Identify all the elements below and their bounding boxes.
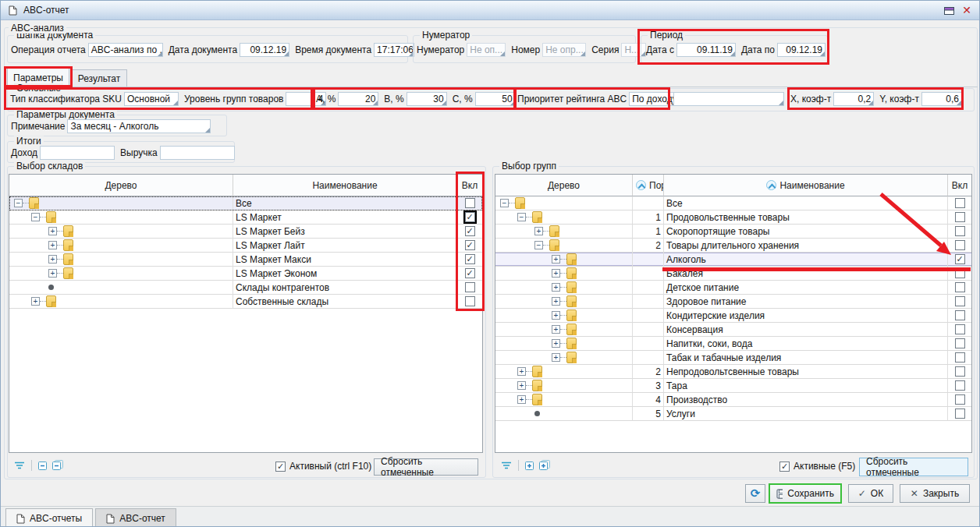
table-row[interactable]: −1Продовольственные товары: [495, 210, 971, 225]
table-row[interactable]: +LS Маркет Эконом: [9, 267, 482, 281]
collapse-node-icon[interactable]: −: [14, 199, 23, 207]
row-checkbox[interactable]: [955, 380, 965, 391]
table-row[interactable]: +Бакалея: [495, 267, 971, 281]
date-to-field[interactable]: 09.12.19: [777, 43, 826, 57]
operation-field[interactable]: ABC-анализ по ...: [88, 43, 163, 57]
sku-type-field[interactable]: Основной: [124, 92, 179, 106]
expand-node-icon[interactable]: +: [552, 283, 560, 292]
expand-node-icon[interactable]: +: [48, 241, 57, 249]
date-from-field[interactable]: 09.11.19: [676, 43, 736, 57]
row-checkbox[interactable]: [955, 352, 965, 363]
active-warehouses-checkbox[interactable]: [275, 462, 286, 472]
col-tree[interactable]: Дерево: [9, 175, 233, 196]
table-row[interactable]: +2Непродовольтсвенные товары: [495, 365, 971, 379]
sort-asc-icon[interactable]: [636, 180, 646, 190]
income-field[interactable]: [40, 146, 115, 160]
a-percent-field[interactable]: 20: [338, 92, 378, 106]
row-checkbox[interactable]: [955, 240, 965, 250]
revenue-field[interactable]: [160, 146, 235, 160]
col-incl[interactable]: Вкл: [457, 175, 482, 196]
expand-node-icon[interactable]: +: [517, 381, 526, 390]
row-checkbox[interactable]: [465, 254, 475, 264]
expand-node-icon[interactable]: +: [31, 297, 40, 306]
b-percent-field[interactable]: 30: [407, 92, 447, 106]
row-checkbox[interactable]: [955, 254, 965, 264]
c-percent-field[interactable]: 50: [475, 92, 516, 106]
tab-result[interactable]: Результат: [71, 69, 127, 87]
reset-marked-warehouses-button[interactable]: Сбросить отмеченные: [374, 458, 478, 476]
expand-node-icon[interactable]: +: [552, 269, 560, 278]
col-order[interactable]: Поряд: [633, 175, 664, 196]
expand-node-icon[interactable]: +: [48, 269, 57, 278]
expand-node-icon[interactable]: +: [552, 325, 560, 334]
row-checkbox[interactable]: [955, 268, 965, 278]
collapse-all-button-icon[interactable]: [51, 459, 64, 471]
row-checkbox[interactable]: [465, 296, 475, 306]
table-row[interactable]: +Табак и табачные изделия: [495, 351, 971, 365]
expand-node-icon[interactable]: +: [552, 339, 560, 348]
expand-all-button-icon[interactable]: [538, 459, 551, 471]
note-field[interactable]: За месяц - Алкоголь: [67, 119, 211, 133]
active-groups-checkbox[interactable]: [779, 462, 790, 472]
table-row[interactable]: +4Производство: [495, 393, 971, 407]
table-row[interactable]: +Детское питание: [495, 281, 971, 295]
row-checkbox[interactable]: [955, 409, 965, 419]
expand-node-button-icon[interactable]: [524, 460, 535, 471]
filter-icon[interactable]: [13, 460, 26, 471]
table-row[interactable]: +Здоровое питание: [495, 295, 971, 309]
sort-asc-icon[interactable]: [766, 180, 776, 190]
close-button[interactable]: ✕Закрыть: [900, 484, 970, 503]
expand-node-icon[interactable]: +: [552, 353, 560, 362]
bottom-tab-report[interactable]: ABC-отчет: [95, 508, 176, 527]
priority-extra-field[interactable]: [673, 92, 784, 106]
table-row[interactable]: +LS Маркет Макси: [9, 253, 482, 267]
table-row[interactable]: +LS Маркет Бейз: [9, 225, 482, 239]
row-checkbox[interactable]: [465, 240, 475, 250]
restore-window-icon[interactable]: [944, 6, 954, 15]
collapse-node-icon[interactable]: −: [534, 241, 543, 249]
row-checkbox[interactable]: [955, 366, 965, 377]
row-checkbox[interactable]: [465, 268, 475, 278]
collapse-node-button-icon[interactable]: [37, 460, 48, 471]
y-coef-field[interactable]: 0,6: [921, 92, 962, 106]
row-checkbox[interactable]: [955, 282, 965, 292]
table-row[interactable]: +Собственные склады: [9, 295, 482, 309]
bottom-tab-reports[interactable]: ABC-отчеты: [5, 508, 93, 527]
collapse-node-icon[interactable]: −: [500, 199, 509, 207]
table-row[interactable]: +Алкоголь: [495, 253, 971, 267]
table-row[interactable]: +1Скоропортящие товары: [495, 225, 971, 239]
table-row[interactable]: +LS Маркет Лайт: [9, 239, 482, 253]
number-field[interactable]: Не опр...: [542, 43, 586, 57]
row-checkbox[interactable]: [465, 212, 475, 222]
filter-icon[interactable]: [500, 460, 513, 471]
expand-node-icon[interactable]: +: [552, 311, 560, 320]
doc-time-field[interactable]: 17:17:06: [374, 43, 414, 57]
table-row[interactable]: −Все: [9, 196, 482, 210]
close-window-icon[interactable]: ✕: [962, 5, 971, 16]
priority-field[interactable]: По доходу: [629, 92, 677, 106]
numerator-field[interactable]: Не оп...: [467, 43, 506, 57]
row-checkbox[interactable]: [465, 198, 475, 208]
refresh-button[interactable]: ⟳: [745, 484, 765, 503]
expand-node-icon[interactable]: +: [517, 395, 526, 404]
table-row[interactable]: −2Товары длительного хранения: [495, 239, 971, 253]
save-button[interactable]: Сохранить: [769, 483, 842, 504]
table-row[interactable]: Склады контрагентов: [9, 281, 482, 295]
row-checkbox[interactable]: [955, 212, 965, 222]
col-name[interactable]: Наименование: [664, 175, 948, 196]
table-row[interactable]: 5Услуги: [495, 407, 971, 421]
row-checkbox[interactable]: [465, 282, 475, 292]
col-name[interactable]: Наименование: [233, 175, 457, 196]
table-row[interactable]: −Все: [495, 196, 971, 210]
col-incl[interactable]: Вкл: [948, 175, 971, 196]
x-coef-field[interactable]: 0,2: [833, 92, 874, 106]
row-checkbox[interactable]: [955, 394, 965, 405]
row-checkbox[interactable]: [955, 338, 965, 348]
table-row[interactable]: −LS Маркет: [9, 210, 482, 225]
reset-marked-groups-button[interactable]: Сбросить отмеченные: [859, 458, 968, 476]
expand-node-icon[interactable]: +: [48, 227, 57, 235]
table-row[interactable]: +3Тара: [495, 379, 971, 393]
table-row[interactable]: +Напитки, соки, вода: [495, 337, 971, 351]
row-checkbox[interactable]: [955, 324, 965, 334]
row-checkbox[interactable]: [465, 226, 475, 236]
